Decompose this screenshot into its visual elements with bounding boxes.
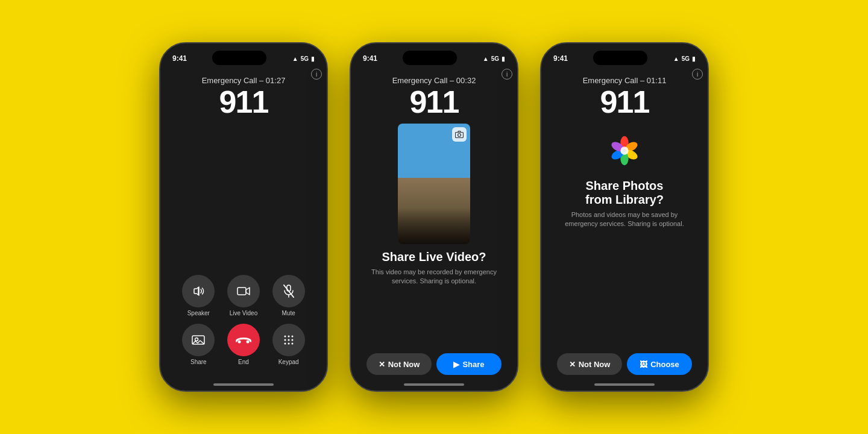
livevideo-button[interactable]: Live Video — [227, 275, 260, 316]
call-number-3: 911 — [600, 86, 649, 118]
svg-point-14 — [284, 343, 286, 345]
svg-point-25 — [620, 146, 628, 154]
svg-point-12 — [288, 339, 289, 341]
screen-content-1: i Emergency Call – 01:27 911 Speaker — [160, 69, 327, 383]
video-icon-btn: ▶ — [453, 360, 459, 369]
prompt-title-2: Share Live Video? — [382, 250, 486, 264]
prompt-title-3: Share Photos from Library? — [585, 179, 664, 207]
status-time-1: 9:41 — [172, 54, 187, 63]
action-buttons-3: ✕ Not Now 🖼 Choose — [551, 353, 698, 375]
svg-point-13 — [291, 339, 293, 341]
network-label-3: 5G — [682, 55, 690, 62]
svg-point-15 — [288, 343, 289, 345]
video-preview — [398, 124, 470, 244]
signal-icon-2: ▲ — [483, 55, 489, 62]
network-label-2: 5G — [491, 55, 499, 62]
end-button[interactable]: End — [227, 324, 260, 365]
photos-icon-btn: 🖼 — [640, 360, 647, 369]
choose-button[interactable]: 🖼 Choose — [627, 353, 692, 375]
svg-point-6 — [237, 341, 241, 344]
video-shadow — [398, 208, 470, 244]
call-label-3: Emergency Call – 01:11 — [583, 76, 667, 85]
svg-point-18 — [458, 134, 461, 137]
status-icons-1: ▲ 5G ▮ — [292, 55, 315, 62]
battery-icon: ▮ — [311, 55, 315, 62]
call-label-2: Emergency Call – 00:32 — [392, 76, 476, 85]
svg-point-9 — [288, 336, 289, 338]
end-label: End — [238, 359, 249, 365]
photos-flower-svg — [609, 136, 640, 166]
mute-button[interactable]: Mute — [272, 275, 305, 316]
screen-content-2: i Emergency Call – 00:32 911 Share Live … — [351, 69, 517, 383]
home-indicator-3 — [594, 383, 655, 386]
battery-icon-3: ▮ — [692, 55, 696, 62]
livevideo-label: Live Video — [230, 310, 258, 316]
share-button[interactable]: Share — [182, 324, 215, 365]
not-now-button-2[interactable]: ✕ Not Now — [366, 353, 432, 375]
x-icon-3: ✕ — [569, 360, 576, 369]
action-buttons-2: ✕ Not Now ▶ Share — [360, 353, 508, 375]
dynamic-island-1 — [212, 51, 266, 65]
status-time-2: 9:41 — [363, 54, 377, 63]
call-number-1: 911 — [219, 86, 268, 118]
network-label: 5G — [301, 55, 309, 62]
photos-app-icon — [603, 130, 646, 172]
mute-circle — [272, 275, 305, 307]
speaker-circle — [182, 275, 215, 307]
svg-rect-17 — [456, 133, 464, 138]
phone-2: 9:41 ▲ 5G ▮ i Emergency Call – 00:32 911… — [350, 42, 518, 392]
share-label: Share — [190, 359, 207, 365]
dynamic-island-3 — [593, 51, 647, 65]
svg-rect-0 — [237, 288, 246, 295]
screen-content-3: i Emergency Call – 01:11 911 Sh — [541, 69, 708, 383]
speaker-button[interactable]: Speaker — [182, 275, 215, 316]
phone-1: 9:41 ▲ 5G ▮ i Emergency Call – 01:27 911 — [159, 42, 328, 392]
battery-icon-2: ▮ — [502, 55, 505, 62]
call-label-1: Emergency Call – 01:27 — [202, 76, 286, 85]
home-indicator-1 — [213, 383, 274, 386]
status-bar-3: 9:41 ▲ 5G ▮ — [541, 43, 708, 69]
dynamic-island-2 — [403, 51, 457, 65]
info-icon-2[interactable]: i — [502, 69, 512, 80]
svg-point-7 — [246, 341, 249, 344]
svg-point-10 — [291, 336, 293, 338]
prompt-subtitle-3: Photos and videos may be saved by emerge… — [551, 210, 698, 229]
status-time-3: 9:41 — [553, 54, 568, 63]
x-icon-2: ✕ — [379, 360, 385, 369]
keypad-label: Keypad — [278, 359, 299, 365]
not-now-label-2: Not Now — [388, 360, 420, 369]
phone-3: 9:41 ▲ 5G ▮ i Emergency Call – 01:11 911 — [540, 42, 709, 392]
svg-point-8 — [284, 336, 286, 338]
status-icons-3: ▲ 5G ▮ — [673, 55, 696, 62]
call-controls-1: Speaker Live Video — [170, 275, 317, 365]
share-circle — [182, 324, 215, 356]
signal-icon: ▲ — [292, 55, 298, 62]
end-circle — [227, 324, 260, 356]
info-icon-3[interactable]: i — [692, 69, 703, 80]
prompt-subtitle-2: This video may be recorded by emergency … — [360, 268, 508, 286]
mute-label: Mute — [282, 310, 295, 316]
call-number-2: 911 — [410, 86, 459, 118]
choose-label-3: Choose — [650, 360, 679, 369]
controls-row-2: Share End — [176, 324, 311, 365]
status-icons-2: ▲ 5G ▮ — [483, 55, 505, 62]
camera-icon — [452, 127, 467, 142]
svg-point-16 — [291, 343, 293, 345]
keypad-button[interactable]: Keypad — [272, 324, 305, 365]
livevideo-circle — [227, 275, 260, 307]
status-bar-2: 9:41 ▲ 5G ▮ — [351, 43, 517, 69]
share-video-button[interactable]: ▶ Share — [436, 353, 502, 375]
keypad-circle — [272, 324, 305, 356]
status-bar-1: 9:41 ▲ 5G ▮ — [160, 43, 327, 69]
controls-row-1: Speaker Live Video — [176, 275, 311, 316]
not-now-button-3[interactable]: ✕ Not Now — [557, 353, 622, 375]
home-indicator-2 — [404, 383, 464, 386]
speaker-label: Speaker — [187, 310, 210, 316]
share-label-2: Share — [462, 360, 484, 369]
svg-point-11 — [284, 339, 286, 341]
signal-icon-3: ▲ — [673, 55, 679, 62]
info-icon-1[interactable]: i — [311, 69, 322, 80]
not-now-label-3: Not Now — [579, 360, 611, 369]
svg-point-5 — [195, 338, 198, 341]
